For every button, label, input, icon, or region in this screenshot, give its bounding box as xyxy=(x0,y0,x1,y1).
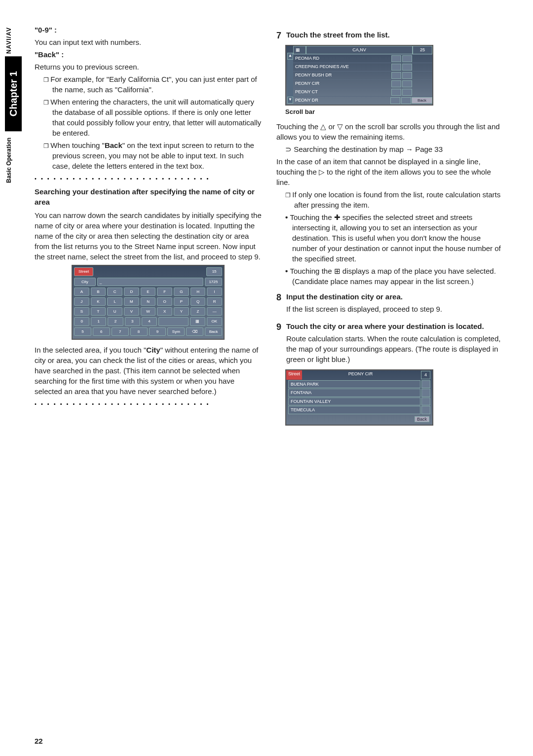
map-icon[interactable] xyxy=(421,397,430,406)
key-map-icon[interactable]: ▦ xyxy=(190,317,205,325)
key[interactable]: C xyxy=(107,288,122,296)
map-icon[interactable] xyxy=(421,380,430,389)
text-expand-line: In the case of an item that cannot be di… xyxy=(276,156,503,187)
count-2: 1725 xyxy=(205,278,222,286)
key[interactable]: Y xyxy=(174,307,189,316)
key[interactable]: T xyxy=(91,307,106,316)
sidebar-chapter: Chapter 1 xyxy=(5,56,22,131)
key[interactable]: 5 xyxy=(74,327,91,336)
intersection-icon[interactable] xyxy=(391,89,401,96)
intersection-icon[interactable] xyxy=(391,80,401,87)
tab-street-2[interactable]: Street xyxy=(286,370,302,380)
key[interactable]: 0 xyxy=(74,317,89,325)
tab-street[interactable]: Street xyxy=(74,267,93,276)
key-back[interactable]: Back xyxy=(205,327,222,336)
scroll-down-icon[interactable]: ▼ xyxy=(287,97,293,104)
step-8-title: Input the destination city or area. xyxy=(286,291,503,302)
map-icon[interactable] xyxy=(402,80,412,87)
key[interactable]: O xyxy=(157,297,172,306)
link-search-by-map: Searching the destination by map → Page … xyxy=(285,144,503,154)
key[interactable]: K xyxy=(91,297,106,306)
list-item[interactable]: PEONY CIR xyxy=(293,79,432,88)
list-item[interactable]: PEONY CT xyxy=(293,88,432,96)
list-item[interactable]: FONTANA xyxy=(288,389,430,397)
divider-dots-2: • • • • • • • • • • • • • • • • • • • • … xyxy=(35,400,262,408)
map-icon[interactable] xyxy=(402,55,412,62)
key[interactable]: 6 xyxy=(93,327,110,336)
key[interactable]: R xyxy=(207,297,222,306)
key[interactable]: S xyxy=(74,307,89,316)
list-item[interactable]: FOUNTAIN VALLEY xyxy=(288,397,430,406)
key[interactable]: U xyxy=(107,307,122,316)
list-item[interactable]: PEONY DRBack xyxy=(293,96,432,105)
text-scroll: Touching the △ or ▽ on the scroll bar sc… xyxy=(276,121,503,142)
intersection-icon[interactable] xyxy=(390,97,400,104)
key[interactable]: D xyxy=(124,288,139,296)
key-ok[interactable]: OK xyxy=(207,317,222,325)
key[interactable]: M xyxy=(124,297,139,306)
intersection-icon[interactable] xyxy=(391,72,401,79)
key[interactable]: 3 xyxy=(125,317,140,325)
key[interactable]: I xyxy=(207,288,222,296)
key[interactable]: L xyxy=(107,297,122,306)
list-count: 25 xyxy=(413,46,432,54)
map-icon[interactable] xyxy=(402,89,412,96)
map-icon[interactable] xyxy=(402,72,412,79)
key[interactable]: 4 xyxy=(142,317,157,325)
back-button[interactable]: Back xyxy=(415,416,429,422)
key[interactable]: B xyxy=(91,288,106,296)
scrollbar-label: Scroll bar xyxy=(285,108,503,116)
city-count: 4 xyxy=(421,371,430,379)
sidebar-naviav: NAVI/AV xyxy=(5,25,13,56)
key[interactable]: 1 xyxy=(91,317,106,325)
list-item[interactable]: PEONY BUSH DR xyxy=(293,71,432,79)
key[interactable]: Q xyxy=(190,297,206,306)
key[interactable]: E xyxy=(141,288,156,296)
map-toggle-icon[interactable]: ▦ xyxy=(293,46,306,54)
key-space[interactable] xyxy=(158,317,188,325)
step-9-title: Touch the city or area where your destin… xyxy=(286,321,503,331)
scroll-bar[interactable]: ▲ ▼ xyxy=(287,53,293,104)
list-item[interactable]: CREEPING PEONIES AVE xyxy=(293,63,432,71)
key[interactable]: P xyxy=(174,297,189,306)
list-header: CA,NV xyxy=(306,46,413,54)
key[interactable]: W xyxy=(141,307,156,316)
key[interactable]: X xyxy=(157,307,172,316)
sidebar-section: Basic Operation xyxy=(5,135,13,185)
key[interactable]: F xyxy=(157,288,172,296)
scroll-up-icon[interactable]: ▲ xyxy=(287,53,293,60)
key[interactable]: A xyxy=(74,288,89,296)
key[interactable]: V xyxy=(124,307,139,316)
key[interactable]: 8 xyxy=(130,327,148,336)
figure-street-list: ▲ ▼ ▦ CA,NV 25 PEONIA RD CREEPING PEONIE… xyxy=(285,45,433,106)
step-7-num: 7 xyxy=(276,30,281,42)
intersection-icon[interactable] xyxy=(391,64,401,71)
key[interactable]: J xyxy=(74,297,89,306)
back-button[interactable]: Back xyxy=(412,97,432,104)
bullet-example: For example, for "Early California Ct", … xyxy=(43,74,262,95)
key[interactable]: 9 xyxy=(149,327,166,336)
key[interactable]: H xyxy=(190,288,206,296)
key[interactable]: Z xyxy=(190,307,206,316)
map-icon[interactable] xyxy=(401,97,411,104)
key[interactable]: — xyxy=(207,307,222,316)
map-icon[interactable] xyxy=(421,389,430,397)
input-field[interactable]: _ xyxy=(97,278,203,286)
list-item[interactable]: BUENA PARK xyxy=(288,380,430,389)
list-item[interactable]: TEMECULA xyxy=(288,406,430,414)
key[interactable]: 2 xyxy=(108,317,123,325)
step-7: 7 Touch the street from the list. xyxy=(276,30,503,42)
tab-city[interactable]: City xyxy=(74,278,96,286)
scroll-track[interactable] xyxy=(287,60,293,97)
map-icon[interactable] xyxy=(421,406,430,414)
count-1: 15 xyxy=(206,267,222,276)
key[interactable]: N xyxy=(141,297,156,306)
key[interactable]: 7 xyxy=(112,327,129,336)
intersection-icon[interactable] xyxy=(391,55,401,62)
map-icon[interactable] xyxy=(402,64,412,71)
key-sym[interactable]: Sym xyxy=(167,327,185,336)
key-backspace[interactable]: ⌫ xyxy=(186,327,203,336)
list-item[interactable]: PEONIA RD xyxy=(293,54,432,63)
key[interactable]: G xyxy=(174,288,189,296)
step-8-body: If the list screen is displayed, proceed… xyxy=(286,304,503,314)
